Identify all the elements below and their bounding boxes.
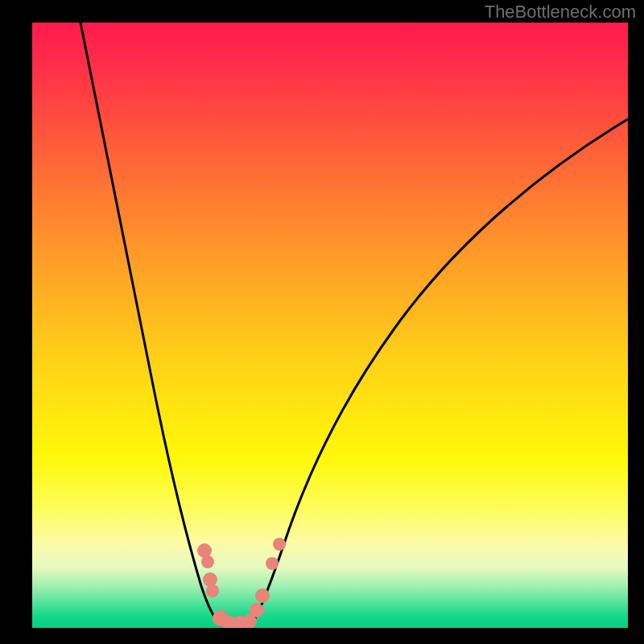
- chart-svg: [32, 23, 628, 628]
- data-marker: [197, 543, 212, 558]
- marker-group: [197, 538, 286, 628]
- chart-plot-area: [32, 23, 628, 628]
- data-marker: [203, 572, 217, 587]
- data-marker: [250, 603, 264, 617]
- data-marker: [255, 588, 270, 603]
- data-marker: [273, 538, 286, 551]
- curve-left-branch: [80, 23, 221, 625]
- watermark-text: TheBottleneck.com: [485, 2, 636, 23]
- data-marker: [201, 555, 214, 568]
- data-marker: [266, 557, 279, 570]
- curve-right-branch: [251, 119, 628, 625]
- data-marker: [206, 584, 219, 597]
